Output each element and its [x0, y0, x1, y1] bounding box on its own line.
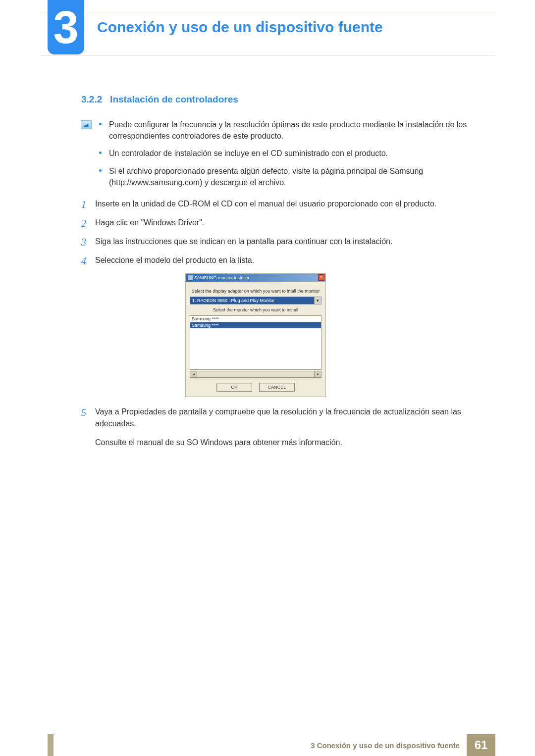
horizontal-scrollbar[interactable]: ◂ ▸ [190, 371, 321, 378]
step-5: 5 Vaya a Propiedades de pantalla y compr… [81, 406, 495, 430]
footer: 3 Conexión y uso de un dispositivo fuent… [0, 734, 535, 756]
installer-title-text: SAMSUNG monitor installer [194, 275, 250, 280]
installer-label-monitor: Select the monitor which you want to ins… [190, 307, 321, 312]
steps-list: 1 Inserte en la unidad de CD-ROM el CD c… [81, 198, 495, 449]
step-3: 3 Siga las instrucciones que se indican … [81, 236, 495, 248]
adapter-dropdown-value: 1. RADEON 9550 : Plug and Play Monitor [192, 298, 275, 303]
section-number: 3.2.2 [81, 94, 102, 104]
step-2: 2 Haga clic en "Windows Driver". [81, 217, 495, 229]
svg-rect-0 [188, 275, 193, 280]
app-icon [188, 275, 193, 280]
step-number: 1 [81, 197, 86, 212]
step-text: Siga las instrucciones que se indican en… [95, 237, 392, 246]
monitor-listbox[interactable]: Samsung **** Samsung **** [190, 315, 321, 370]
footer-accent [48, 734, 54, 756]
ok-button[interactable]: OK [216, 383, 252, 392]
installer-window: SAMSUNG monitor installer × Select the d… [185, 273, 326, 397]
chevron-down-icon[interactable]: ▾ [314, 297, 321, 304]
step-number: 4 [81, 253, 86, 268]
note-bullets: Puede configurar la frecuencia y la reso… [109, 119, 495, 188]
installer-body: Select the display adapter on which you … [186, 282, 325, 397]
section-heading: 3.2.2 Instalación de controladores [81, 94, 495, 105]
list-item[interactable]: Samsung **** [190, 322, 321, 329]
note-bullet: Si el archivo proporcionado presenta alg… [109, 165, 495, 188]
footer-text: 3 Conexión y uso de un dispositivo fuent… [311, 734, 535, 756]
step-text: Haga clic en "Windows Driver". [95, 218, 204, 227]
note-bullet: Un controlador de instalación se incluye… [109, 148, 495, 159]
chapter-badge: 3 [48, 0, 84, 54]
page-number: 61 [467, 734, 495, 756]
page: 3 Conexión y uso de un dispositivo fuent… [0, 0, 535, 756]
note-bullet: Puede configurar la frecuencia y la reso… [109, 119, 495, 142]
scroll-right-icon[interactable]: ▸ [314, 371, 321, 377]
list-item[interactable]: Samsung **** [190, 316, 321, 322]
cancel-button[interactable]: CANCEL [259, 383, 295, 392]
step-4: 4 Seleccione el modelo del producto en l… [81, 254, 495, 266]
chapter-title: Conexión y uso de un dispositivo fuente [97, 19, 383, 36]
step-text: Vaya a Propiedades de pantalla y comprue… [95, 407, 461, 428]
scroll-left-icon[interactable]: ◂ [190, 371, 197, 377]
close-icon[interactable]: × [318, 274, 324, 281]
content-area: 3.2.2 Instalación de controladores Puede… [81, 94, 495, 455]
step-number: 3 [81, 235, 86, 250]
step-number: 2 [81, 216, 86, 231]
installer-title: SAMSUNG monitor installer [188, 275, 250, 280]
step-number: 5 [81, 405, 86, 420]
note-block: Puede configurar la frecuencia y la reso… [81, 119, 495, 188]
step-1: 1 Inserte en la unidad de CD-ROM el CD c… [81, 198, 495, 210]
section-title: Instalación de controladores [110, 94, 238, 104]
footer-label: 3 Conexión y uso de un dispositivo fuent… [311, 741, 467, 750]
installer-buttons: OK CANCEL [190, 383, 321, 392]
installer-titlebar: SAMSUNG monitor installer × [186, 274, 325, 282]
step-5-note: Consulte el manual de su SO Windows para… [81, 437, 495, 449]
installer-label-adapter: Select the display adapter on which you … [190, 289, 321, 294]
step-text: Inserte en la unidad de CD-ROM el CD con… [95, 200, 436, 208]
adapter-dropdown[interactable]: 1. RADEON 9550 : Plug and Play Monitor ▾ [190, 297, 321, 304]
chapter-number: 3 [53, 4, 78, 50]
note-icon [81, 120, 92, 129]
step-text: Seleccione el modelo del producto en la … [95, 256, 254, 264]
